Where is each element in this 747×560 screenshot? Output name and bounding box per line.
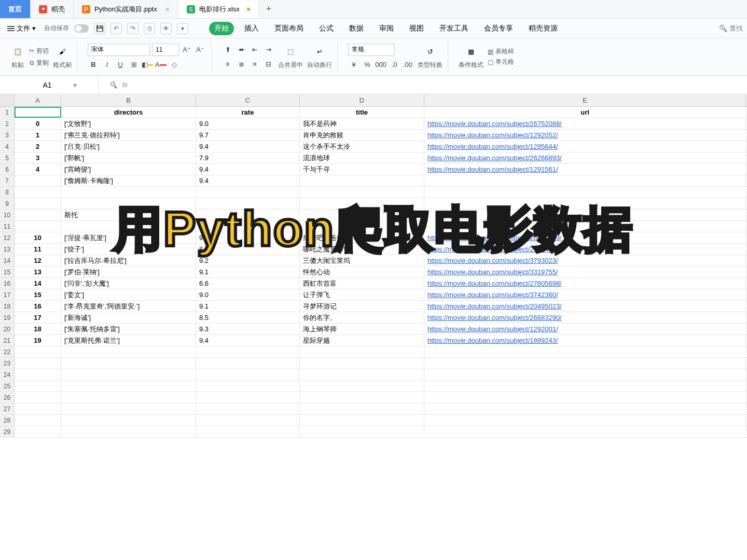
cell[interactable]: 6.6 (196, 278, 300, 289)
cell[interactable]: ['郭帆'] (61, 152, 196, 163)
cell[interactable] (196, 369, 300, 380)
save-icon[interactable]: 💾 (94, 23, 105, 34)
row-header[interactable]: 7 (0, 175, 15, 186)
col-header-B[interactable]: B (61, 94, 196, 106)
url-link[interactable]: https://movie.douban.com/subject/2626689… (427, 154, 562, 162)
font-color-button[interactable]: A (155, 59, 167, 71)
cell[interactable] (424, 358, 746, 369)
row-header[interactable]: 6 (0, 164, 15, 175)
cell[interactable] (424, 392, 746, 403)
cell-style-button[interactable]: ▢单元格 (488, 58, 514, 66)
tab-home[interactable]: 首页 (0, 0, 31, 18)
row-header[interactable]: 9 (0, 198, 15, 209)
cell[interactable] (196, 346, 300, 357)
cell[interactable] (61, 392, 196, 403)
url-link[interactable]: https://movie.douban.com/subject/2760569… (427, 279, 562, 287)
border-button[interactable]: ⊞ (128, 59, 140, 71)
cell[interactable] (424, 221, 746, 232)
ribbon-tab-resource[interactable]: 稻壳资源 (523, 22, 563, 35)
fill-color-button[interactable]: ◧ (142, 59, 153, 71)
ribbon-tab-member[interactable]: 会员专享 (479, 22, 518, 35)
cell[interactable] (196, 198, 300, 209)
cell[interactable] (300, 426, 424, 437)
cell[interactable] (15, 221, 61, 232)
cell[interactable] (15, 403, 61, 414)
cell[interactable]: 14 (15, 278, 61, 289)
row-header[interactable]: 21 (0, 335, 15, 346)
url-link[interactable]: https://movie.douban.com/subject/2675208… (427, 120, 562, 128)
percent-icon[interactable]: % (362, 59, 373, 71)
cell[interactable]: 9.0 (196, 289, 300, 300)
cell[interactable] (424, 381, 746, 391)
cell[interactable]: ['李·昂克里奇','阿德里安·'] (61, 301, 196, 312)
cell[interactable] (15, 346, 61, 357)
table-style-button[interactable]: ▥表格样 (488, 47, 514, 56)
cell[interactable]: 0 (15, 118, 61, 129)
cell[interactable]: 9.4 (196, 175, 300, 186)
row-header[interactable]: 1 (0, 107, 15, 118)
cell[interactable]: 3 (15, 152, 61, 163)
row-header[interactable]: 17 (0, 289, 15, 300)
align-left-icon[interactable]: ≡ (222, 59, 233, 70)
type-convert-button[interactable]: ↺ 类型转换 (418, 45, 442, 69)
col-header-D[interactable]: D (300, 94, 424, 106)
cell[interactable]: 9.4 (196, 164, 300, 175)
cell[interactable] (300, 198, 424, 209)
cond-format-button[interactable]: ▦ 条件格式 (459, 45, 483, 69)
ribbon-tab-start[interactable]: 开始 (209, 22, 234, 35)
indent-dec-icon[interactable]: ⇤ (249, 44, 260, 55)
cell[interactable] (300, 381, 424, 391)
name-box[interactable]: ▾ (0, 76, 99, 94)
preview-icon[interactable]: 👁 (160, 23, 172, 34)
cell[interactable] (424, 346, 746, 357)
cell[interactable]: https://movie.douban.com/subject/1291561… (424, 164, 746, 175)
cell[interactable]: ['新海诚'] (61, 312, 196, 323)
cell[interactable]: 寻梦环游记 (300, 301, 424, 312)
cell[interactable] (196, 415, 300, 426)
redo-icon[interactable]: ↷ (127, 23, 139, 34)
cell[interactable]: ['饺子'] (61, 244, 196, 255)
cell[interactable]: 1 (15, 130, 61, 141)
cell[interactable] (424, 198, 746, 209)
cell[interactable]: ['涅提·蒂瓦里'] (61, 232, 196, 243)
underline-button[interactable]: U (115, 59, 126, 71)
row-header[interactable]: 23 (0, 358, 15, 369)
cell[interactable]: 9.4 (196, 141, 300, 152)
wrap-button[interactable]: ↵ 自动换行 (307, 45, 332, 69)
cell[interactable]: 8.5 (196, 312, 300, 323)
cell[interactable]: ['克里斯托弗·诺兰'] (61, 335, 196, 346)
col-header-A[interactable]: A (15, 94, 61, 106)
select-all-corner[interactable] (0, 94, 15, 106)
row-header[interactable]: 22 (0, 346, 15, 357)
cell[interactable]: https://movie.douban.com/subject/1292001… (424, 324, 746, 334)
align-right-icon[interactable]: ≡ (249, 59, 260, 70)
row-header[interactable]: 24 (0, 369, 15, 380)
cell[interactable] (61, 221, 196, 232)
cell[interactable] (61, 369, 196, 380)
chevron-down-icon[interactable]: ▾ (73, 81, 77, 89)
row-header[interactable]: 25 (0, 381, 15, 391)
cell[interactable] (300, 221, 424, 232)
cell[interactable]: https://movie.douban.com/subject/2668329… (424, 312, 746, 323)
cell[interactable]: ['罗伯·莱纳'] (61, 267, 196, 277)
cell[interactable]: title (300, 107, 424, 118)
copy-button[interactable]: ⧉复制 (30, 59, 49, 67)
row-header[interactable]: 16 (0, 278, 15, 289)
cell[interactable] (196, 209, 300, 220)
tab-add-button[interactable]: + (259, 0, 279, 18)
justify-icon[interactable]: ⊟ (262, 59, 274, 70)
cell[interactable]: 8.4 (196, 244, 300, 255)
cell[interactable] (300, 415, 424, 426)
url-link[interactable]: https://movie.douban.com/subject/3793023… (427, 257, 558, 264)
row-header[interactable]: 27 (0, 403, 15, 414)
cell[interactable]: ['闫非','彭大魔'] (61, 278, 196, 289)
cell[interactable] (15, 187, 61, 198)
cell[interactable]: 这个杀手不太冷 (300, 141, 424, 152)
row-header[interactable]: 15 (0, 267, 15, 277)
bold-button[interactable]: B (88, 59, 99, 71)
cell[interactable] (300, 403, 424, 414)
cell-A1[interactable] (15, 107, 61, 118)
cell[interactable]: https://movie.douban.com/subject/2626689… (424, 152, 746, 163)
cell[interactable] (300, 175, 424, 186)
cell[interactable]: ['吕克·贝松'] (61, 141, 196, 152)
